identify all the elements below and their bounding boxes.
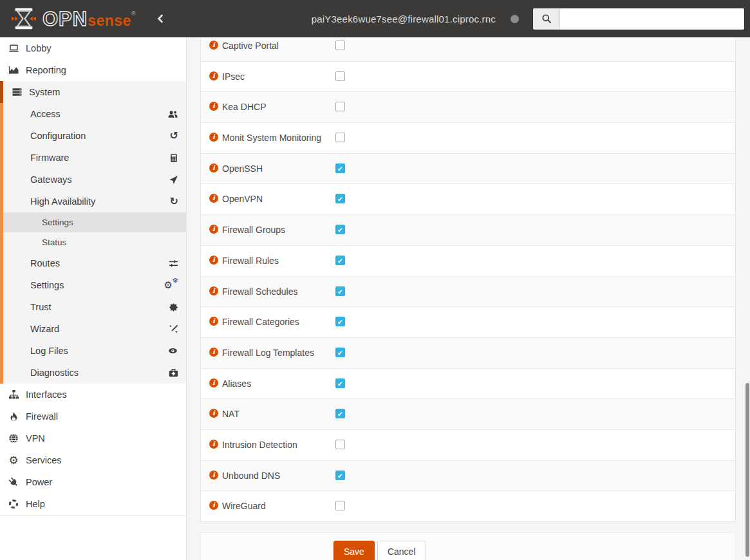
search-input[interactable] [560, 8, 744, 30]
row-checkbox[interactable]: ✔ [335, 471, 345, 480]
sidebar-item-label: Power [26, 477, 178, 487]
opnsense-logo[interactable]: OPNsense® [12, 6, 136, 31]
row-label: Kea DHCP [222, 100, 266, 115]
sidebar-item-wizard[interactable]: Wizard [0, 318, 186, 340]
row-checkbox[interactable]: ✔ [335, 225, 345, 234]
laptop-icon [6, 43, 21, 53]
row-checkbox[interactable] [335, 440, 345, 449]
info-icon[interactable]: i [209, 225, 218, 234]
info-icon[interactable]: i [209, 317, 218, 326]
row-checkbox[interactable]: ✔ [335, 286, 345, 296]
row-checkbox[interactable] [335, 133, 345, 142]
info-icon[interactable]: i [209, 256, 218, 265]
sidebar-item-ha-settings[interactable]: Settings [0, 212, 186, 232]
service-row: i OpenVPN ✔ [201, 184, 735, 215]
save-button[interactable]: Save [333, 541, 375, 560]
plug-icon [6, 477, 21, 487]
sidebar-item-gateways[interactable]: Gateways [0, 169, 186, 191]
sidebar-item-label: Log Files [30, 346, 163, 356]
info-icon[interactable]: i [209, 163, 218, 173]
row-label: Firewall Groups [222, 223, 285, 238]
row-label: OpenSSH [222, 162, 263, 176]
service-checkbox-cell: ✔ [335, 377, 729, 388]
sidebar-item-routes[interactable]: Routes [0, 252, 186, 274]
service-row: i Firewall Log Templates ✔ [201, 338, 735, 369]
sidebar-item-lobby[interactable]: Lobby [0, 37, 186, 59]
service-label-cell: i OpenSSH [209, 162, 335, 176]
sidebar-item-diagnostics[interactable]: Diagnostics [0, 362, 186, 384]
top-header: OPNsense® paiY3eek6wue7see@firewall01.ci… [0, 0, 750, 37]
service-label-cell: i Aliases [209, 377, 335, 391]
row-checkbox[interactable] [335, 41, 345, 50]
sidebar-item-access[interactable]: Access [0, 103, 186, 125]
info-icon[interactable]: i [209, 194, 218, 203]
row-checkbox[interactable]: ✔ [335, 256, 345, 265]
sidebar-item-ha-status[interactable]: Status [0, 232, 186, 252]
row-label: Firewall Schedules [222, 285, 298, 299]
service-row: i Firewall Schedules ✔ [201, 277, 735, 308]
info-icon[interactable]: i [209, 409, 218, 418]
brand-opn-text: OPN [42, 9, 88, 29]
service-checkbox-cell [335, 70, 729, 81]
row-checkbox[interactable]: ✔ [335, 194, 345, 203]
service-checkbox-cell [335, 131, 729, 142]
sidebar-item-interfaces[interactable]: Interfaces [0, 384, 186, 406]
sidebar-item-reporting[interactable]: Reporting [0, 59, 186, 81]
info-icon[interactable]: i [209, 348, 218, 357]
sidebar-item-firmware[interactable]: Firmware [0, 147, 186, 169]
services-sync-table: i Captive Portal i IPsec i Kea DHCP i Mo… [200, 38, 736, 522]
sidebar-item-settings[interactable]: Settings ⚙⚙ [0, 274, 186, 296]
fire-icon [6, 411, 21, 422]
service-checkbox-cell [335, 39, 729, 50]
info-icon[interactable]: i [209, 471, 218, 480]
sidebar-item-services[interactable]: ⚙ Services [0, 449, 186, 471]
sidebar-item-vpn[interactable]: VPN [0, 427, 186, 449]
sidebar-item-label: VPN [26, 433, 178, 443]
sidebar-item-label: Settings [42, 218, 178, 227]
calculator-icon [163, 153, 178, 163]
row-checkbox[interactable] [335, 501, 345, 510]
row-checkbox[interactable]: ✔ [335, 317, 345, 326]
info-icon[interactable]: i [209, 41, 218, 50]
sidebar-item-label: System [29, 87, 178, 97]
info-icon[interactable]: i [209, 378, 218, 387]
row-checkbox[interactable]: ✔ [335, 348, 345, 357]
info-icon[interactable]: i [209, 501, 218, 510]
sidebar-item-label: Help [26, 499, 178, 509]
sidebar-collapse-button[interactable] [155, 14, 165, 24]
info-icon[interactable]: i [209, 286, 218, 295]
sidebar-item-configuration[interactable]: Configuration ↺ [0, 125, 186, 147]
sidebar-item-power[interactable]: Power [0, 471, 186, 493]
info-icon[interactable]: i [209, 440, 218, 449]
sidebar-item-trust[interactable]: Trust [0, 296, 186, 318]
service-label-cell: i Firewall Schedules [209, 285, 335, 299]
row-checkbox[interactable]: ✔ [335, 409, 345, 418]
service-label-cell: i OpenVPN [209, 192, 335, 207]
search-addon [533, 8, 560, 30]
row-checkbox[interactable]: ✔ [335, 163, 345, 173]
service-checkbox-cell: ✔ [335, 254, 729, 265]
service-row: i OpenSSH ✔ [201, 154, 735, 185]
sidebar-item-label: Firmware [30, 153, 163, 163]
sidebar-item-label: Routes [30, 258, 163, 268]
service-row: i Firewall Categories ✔ [201, 307, 735, 338]
sidebar-item-label: Access [30, 109, 163, 119]
row-checkbox[interactable]: ✔ [335, 378, 345, 388]
page-scrollbar-thumb[interactable] [745, 383, 749, 557]
row-checkbox[interactable] [335, 102, 345, 111]
row-label: Aliases [222, 377, 251, 391]
info-icon[interactable]: i [209, 71, 218, 80]
row-checkbox[interactable] [335, 71, 345, 81]
sidebar-item-firewall[interactable]: Firewall [0, 406, 186, 427]
sidebar-item-system[interactable]: System [0, 81, 186, 103]
firewall-hostname: paiY3eek6wue7see@firewall01.ciproc.rnc [312, 14, 496, 24]
cancel-button[interactable]: Cancel [377, 541, 426, 560]
service-row: i Firewall Rules ✔ [201, 246, 735, 277]
info-icon[interactable]: i [209, 102, 218, 111]
sidebar-item-log-files[interactable]: Log Files [0, 340, 186, 362]
info-icon[interactable]: i [209, 133, 218, 142]
row-label: Firewall Log Templates [222, 346, 314, 360]
sidebar-item-high-availability[interactable]: High Availability ↻ [0, 191, 186, 212]
service-label-cell: i Monit System Monitoring [209, 131, 335, 145]
sidebar-item-help[interactable]: Help [0, 493, 186, 515]
